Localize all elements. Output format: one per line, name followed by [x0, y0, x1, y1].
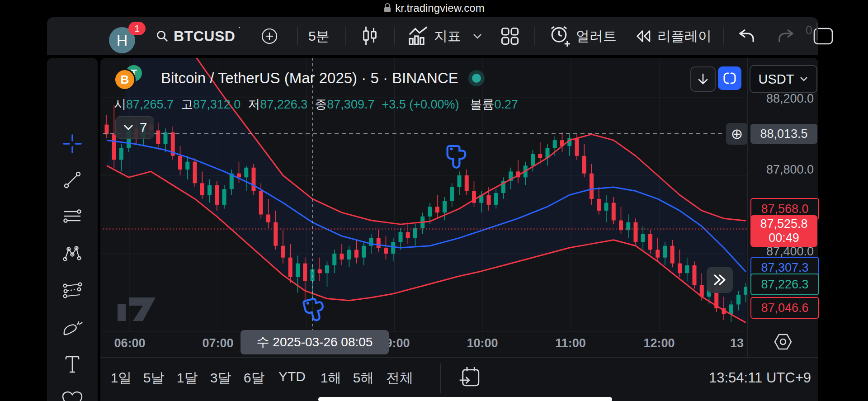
double-chevron-right-icon [712, 273, 727, 287]
trend-line-icon [62, 170, 82, 190]
ohlc-row: 시87,265.7 고87,312.0 저87,226.3 종87,309.7 … [114, 96, 518, 113]
bitcoin-icon: B [114, 69, 136, 90]
indicators-label: 지표 [434, 27, 461, 46]
clock-timezone[interactable]: 13:54:11 UTC+9 [709, 370, 811, 386]
edge-scrollbar [816, 23, 818, 40]
symbol-modified-marker: ˙ [238, 25, 242, 39]
symbol-title: Bitcoin / TetherUS (Mar 2025) · 5 · BINA… [161, 70, 458, 87]
collapsed-indicators-chip[interactable]: 7 [115, 116, 154, 139]
indicators-icon [408, 26, 429, 46]
open-value: 87,265.7 [126, 98, 174, 111]
projection-tool-button[interactable] [62, 281, 82, 301]
low-label: 저 [248, 98, 260, 111]
symbol-logos: T B [114, 69, 144, 88]
browser-url-bar[interactable]: kr.tradingview.com [0, 0, 868, 16]
toolbar-divider [534, 27, 535, 45]
crosshair-icon [62, 134, 82, 154]
alert-plus-button[interactable]: ⊕ [726, 123, 748, 145]
range-toolbar: 1일 5날 1달 3달 6달 YTD 1해 5해 전체 13:54:11 UTC… [100, 358, 818, 401]
crosshair-tool-button[interactable] [62, 134, 82, 154]
go-to-realtime-button[interactable] [707, 267, 733, 293]
text-icon [62, 354, 82, 375]
alert-label: 얼러트 [576, 27, 617, 46]
low-price-label[interactable]: 87,226.3 [750, 274, 819, 295]
currency-dropdown[interactable]: USDT [750, 65, 817, 93]
layout-grid-icon [500, 26, 520, 46]
last-price-label[interactable]: 87,525.8 00:49 [750, 215, 817, 247]
chart-style-button[interactable] [360, 17, 380, 55]
range-button[interactable]: 5날 [143, 369, 165, 387]
square-outline-icon [813, 27, 834, 45]
plus-circle-icon [260, 27, 278, 45]
range-button[interactable]: 1일 [111, 369, 132, 387]
settings-gear-icon[interactable] [773, 333, 793, 351]
symbol-label: BTCUSD [174, 28, 235, 45]
band-lower-label[interactable]: 87,046.6 [750, 297, 819, 319]
time-tick: 07:00 [202, 336, 233, 350]
time-tick: 11:00 [555, 336, 586, 350]
undo-button[interactable] [736, 17, 756, 55]
lock-icon [383, 3, 392, 13]
bar-countdown: 00:49 [769, 231, 799, 245]
replay-label: 리플레이 [657, 27, 712, 46]
close-label: 종 [315, 98, 327, 111]
horizontal-scrollbar[interactable] [318, 397, 612, 401]
calendar-arrow-icon [458, 364, 483, 390]
range-button[interactable]: 1해 [321, 369, 342, 387]
compare-add-button[interactable] [260, 17, 278, 55]
indicators-button[interactable]: 지표 [408, 17, 483, 55]
tradingview-watermark [114, 293, 157, 321]
emoji-tool-button[interactable] [62, 391, 82, 401]
open-label: 시 [114, 98, 126, 111]
brush-tool-button[interactable] [62, 318, 82, 338]
heart-icon [61, 390, 84, 401]
range-button[interactable]: 1달 [177, 369, 198, 387]
crosshair-time-tooltip: 수 2025-03-26 08:05 [241, 330, 389, 354]
high-label: 고 [181, 98, 193, 111]
chevron-down-icon [123, 123, 134, 132]
symbol-header[interactable]: T B Bitcoin / TetherUS (Mar 2025) · 5 · … [114, 69, 481, 88]
alert-button[interactable]: 얼러트 [548, 17, 617, 55]
range-button[interactable]: 전체 [386, 369, 413, 387]
range-button[interactable]: 6달 [244, 369, 265, 387]
hand-cursor-icon [445, 144, 468, 169]
interval-label: 5분 [308, 27, 330, 46]
price-tick: 88,200.0 [755, 92, 814, 106]
layout-button[interactable] [500, 17, 520, 55]
url-text: kr.tradingview.com [395, 2, 484, 14]
replay-button[interactable]: 리플레이 [635, 17, 712, 55]
range-button[interactable]: 5해 [353, 369, 374, 387]
trend-line-tool-button[interactable] [62, 170, 82, 190]
range-button[interactable]: 3달 [210, 369, 231, 387]
toolbar-divider [297, 27, 298, 45]
market-status-dot [472, 74, 481, 83]
load-chart-button[interactable] [690, 66, 716, 92]
redo-button[interactable] [777, 17, 797, 55]
time-tick: 06:00 [114, 336, 145, 350]
rewind-icon [635, 28, 653, 44]
search-icon [156, 29, 169, 43]
range-button[interactable]: YTD [278, 369, 306, 384]
interval-button[interactable]: 5분 [308, 17, 330, 55]
symbol-search-button[interactable]: BTCUSD˙ [156, 17, 244, 55]
autoscale-button[interactable] [718, 66, 741, 90]
price-tick: 87,800.0 [755, 163, 814, 177]
toolbar-divider [345, 27, 346, 45]
go-to-date-button[interactable] [458, 364, 483, 390]
notification-badge: 1 [128, 22, 146, 35]
toolbar-divider [394, 27, 395, 45]
undo-icon [736, 28, 756, 44]
alert-price-label[interactable]: 88,013.5 [750, 124, 817, 144]
screenshot-frame-button[interactable] [813, 17, 834, 55]
text-tool-button[interactable] [62, 354, 82, 374]
edge-indicator: 0 [806, 24, 812, 38]
last-price-value: 87,525.8 [760, 217, 807, 231]
toolbar-divider [723, 27, 724, 45]
avatar-letter: H [117, 32, 128, 49]
chart-pane[interactable]: T B Bitcoin / TetherUS (Mar 2025) · 5 · … [100, 58, 818, 401]
pattern-tool-button[interactable] [62, 244, 82, 264]
horizontal-lines-tool-button[interactable] [62, 207, 82, 227]
candlestick-icon [360, 25, 380, 47]
redo-icon [777, 28, 797, 44]
low-value: 87,226.3 [260, 98, 307, 111]
